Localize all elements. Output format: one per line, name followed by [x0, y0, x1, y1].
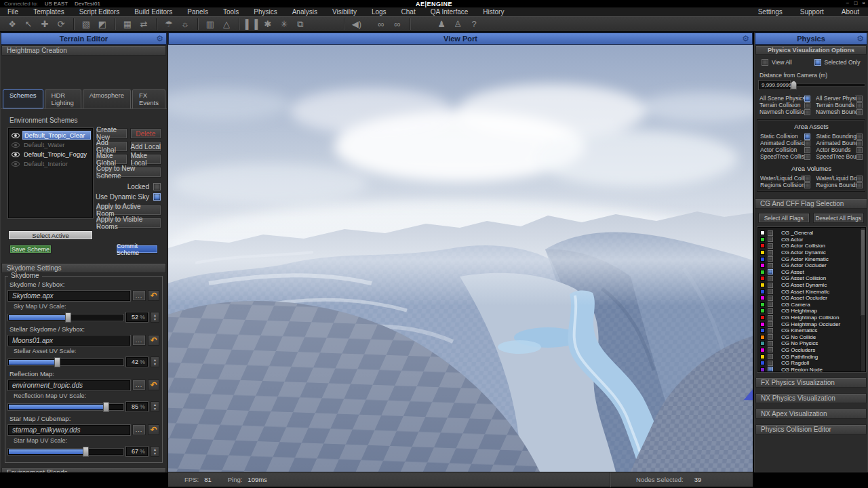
commit-scheme-button[interactable]: Commit Scheme: [116, 245, 158, 253]
menu-item[interactable]: Analysis: [285, 7, 325, 16]
view-all-checkbox[interactable]: [762, 59, 768, 66]
flag-list-scrollbar[interactable]: [861, 228, 865, 371]
flag-row[interactable]: CG Asset: [760, 269, 865, 276]
toolbar-icon[interactable]: ✱: [261, 18, 275, 30]
scrollbar-thumb[interactable]: [861, 229, 865, 316]
menu-item[interactable]: Support: [791, 7, 833, 16]
option-checkbox[interactable]: [856, 176, 863, 182]
toolbar-icon[interactable]: ♟: [435, 18, 448, 30]
flag-row[interactable]: CG Region Node: [760, 366, 865, 372]
stepper-down-icon[interactable]: ▼: [153, 451, 157, 455]
toolbar-icon[interactable]: ▦: [121, 18, 134, 30]
distance-slider[interactable]: [793, 83, 865, 87]
flag-row[interactable]: CG Asset Occluder: [760, 295, 865, 302]
flag-row[interactable]: CG Asset Kinematic: [760, 288, 865, 295]
collapsed-section-header[interactable]: NX Physics Visualization: [755, 393, 867, 403]
use-dynamic-sky-checkbox[interactable]: [153, 193, 161, 201]
flag-checkbox[interactable]: [768, 302, 773, 307]
flag-row[interactable]: CG Heightmap Collision: [760, 314, 865, 321]
option-checkbox[interactable]: [804, 109, 810, 115]
browse-button[interactable]: ...: [132, 380, 146, 390]
selected-only-checkbox[interactable]: [814, 59, 821, 66]
apply-to-visible-rooms-button[interactable]: Apply to Visible Rooms: [96, 218, 161, 228]
delete-button[interactable]: Delete: [130, 128, 162, 139]
toolbar-icon[interactable]: △: [220, 18, 233, 30]
revert-icon[interactable]: ↶: [148, 290, 159, 301]
value-stepper[interactable]: ▲ ▼: [151, 357, 159, 367]
axis-gizmo[interactable]: [677, 50, 734, 99]
stepper-down-icon[interactable]: ▼: [153, 317, 157, 321]
flag-checkbox[interactable]: [768, 347, 773, 352]
add-global-button[interactable]: Add Global: [96, 141, 127, 152]
browse-button[interactable]: ...: [132, 335, 146, 346]
scheme-row[interactable]: Default_Tropic_Foggy: [9, 150, 92, 159]
flag-checkbox[interactable]: [768, 367, 773, 372]
toolbar-icon[interactable]: ▧: [79, 18, 93, 30]
flag-checkbox[interactable]: [768, 361, 773, 366]
flag-row[interactable]: CG Camera: [760, 302, 865, 308]
stepper-down-icon[interactable]: ▼: [153, 407, 157, 411]
asset-path-input[interactable]: Skydome.apx: [8, 291, 130, 301]
menu-item[interactable]: Settings: [749, 7, 791, 16]
menu-item[interactable]: QA Interface: [423, 7, 476, 16]
revert-icon[interactable]: ↶: [148, 380, 159, 390]
slider-thumb[interactable]: [83, 447, 89, 457]
menu-item[interactable]: Chat: [394, 7, 423, 16]
browse-button[interactable]: ...: [132, 424, 146, 435]
uv-scale-slider[interactable]: [8, 404, 123, 410]
uv-scale-value[interactable]: 85%: [126, 402, 148, 411]
flag-checkbox[interactable]: [768, 250, 773, 256]
option-checkbox[interactable]: [804, 102, 810, 108]
slider-thumb[interactable]: [103, 402, 109, 412]
visibility-eye-icon[interactable]: [12, 142, 20, 148]
toolbar-icon[interactable]: ⧉: [294, 18, 307, 30]
value-stepper[interactable]: ▲ ▼: [151, 401, 159, 412]
gear-icon[interactable]: ⚙: [856, 34, 864, 43]
viewport-3d-scene[interactable]: [168, 45, 753, 472]
gear-icon[interactable]: ⚙: [742, 34, 749, 43]
flag-row[interactable]: CG Actor Occluder: [760, 262, 865, 269]
menu-item[interactable]: History: [475, 7, 511, 16]
flag-row[interactable]: CG Heightmap: [760, 308, 865, 314]
flag-checkbox[interactable]: [768, 289, 773, 294]
flag-checkbox[interactable]: [768, 354, 773, 359]
select-active-button[interactable]: Select Active: [8, 230, 93, 240]
flag-checkbox[interactable]: [768, 321, 773, 327]
flag-row[interactable]: CG Asset Collision: [760, 275, 865, 282]
flag-checkbox[interactable]: [768, 256, 773, 262]
scheme-row[interactable]: Default_Water: [9, 140, 92, 149]
toolbar-icon[interactable]: ▥: [203, 18, 217, 30]
flag-checkbox[interactable]: [768, 269, 773, 274]
cg-cff-flag-section[interactable]: CG And CFF Flag Selection: [755, 199, 867, 209]
heightmap-creation-section[interactable]: Heightmap Creation: [1, 45, 166, 56]
make-local-button[interactable]: Make Local: [130, 154, 162, 165]
apply-to-active-room-button[interactable]: Apply to Active Room: [96, 205, 161, 216]
flag-checkbox[interactable]: [768, 334, 773, 340]
menu-item[interactable]: Physics: [246, 7, 284, 16]
toolbar-icon[interactable]: ◩: [96, 18, 109, 30]
uv-scale-value[interactable]: 67%: [126, 447, 148, 456]
browse-button[interactable]: ...: [132, 290, 146, 301]
flag-checkbox[interactable]: [768, 296, 773, 301]
flag-row[interactable]: CG Actor Collision: [760, 243, 865, 249]
tab-hdr-lighting[interactable]: HDR Lighting: [45, 89, 81, 108]
uv-scale-value[interactable]: 52%: [126, 312, 148, 322]
flag-checkbox[interactable]: [768, 230, 773, 236]
toolbar-icon[interactable]: ✚: [38, 18, 52, 30]
flag-checkbox[interactable]: [768, 237, 773, 242]
locked-checkbox[interactable]: [153, 183, 161, 190]
toolbar-icon[interactable]: ▌▐: [245, 18, 258, 30]
flag-row[interactable]: CG Actor Kinematic: [760, 256, 865, 262]
toolbar-icon[interactable]: ☼: [178, 18, 192, 30]
toolbar-icon[interactable]: ?: [467, 18, 481, 30]
option-checkbox[interactable]: [856, 147, 863, 153]
option-checkbox[interactable]: [856, 109, 863, 115]
flag-row[interactable]: CG Occluders: [760, 347, 865, 354]
option-checkbox[interactable]: [804, 147, 810, 153]
slider-thumb[interactable]: [65, 312, 71, 323]
uv-scale-value[interactable]: 42%: [126, 357, 148, 367]
toolbar-icon[interactable]: ◀): [350, 18, 363, 30]
flag-row[interactable]: CG Ragdoll: [760, 360, 865, 367]
flag-row[interactable]: CG Heightmap Occluder: [760, 321, 865, 327]
menu-item[interactable]: Tools: [216, 7, 246, 16]
